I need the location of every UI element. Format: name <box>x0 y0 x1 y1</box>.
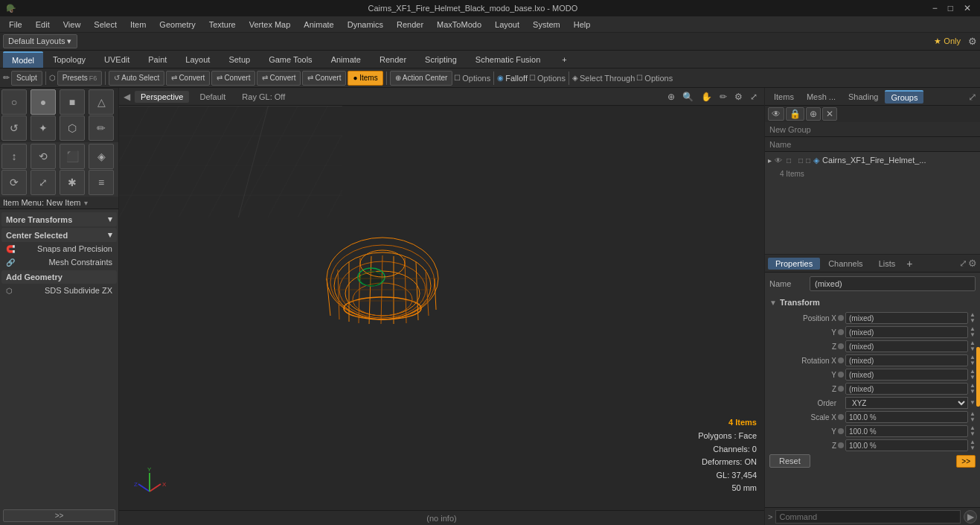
rp-add-button[interactable]: ⊕ <box>806 107 821 121</box>
position-y-input[interactable] <box>845 326 968 338</box>
tool-icon-scale[interactable]: ⤢ <box>31 170 56 195</box>
position-y-dot[interactable] <box>838 329 844 335</box>
menu-vertex-map[interactable]: Vertex Map <box>243 19 297 31</box>
options-checkbox-2[interactable]: ☐ <box>529 74 536 82</box>
rp-lock-button[interactable]: 🔒 <box>786 107 804 121</box>
viewport-nav-left[interactable]: ◀ <box>124 92 130 102</box>
viewport-render-icon[interactable]: ✏ <box>717 90 729 104</box>
mesh-constraints-item[interactable]: 🔗 Mesh Constraints <box>1 255 117 269</box>
viewport-tab-ray-gl[interactable]: Ray GL: Off <box>236 91 291 103</box>
position-x-dot[interactable] <box>838 315 844 321</box>
tab-scripting[interactable]: Scripting <box>416 51 466 68</box>
command-run-button[interactable]: ▶ <box>964 510 977 524</box>
tool-icon-pen[interactable]: ✏ <box>89 115 114 141</box>
rp-close-button[interactable]: ✕ <box>822 107 837 121</box>
position-z-input[interactable] <box>845 340 968 352</box>
item-eye-icon[interactable]: 👁 <box>775 156 784 165</box>
viewport-pan-icon[interactable]: ✋ <box>699 90 714 104</box>
sidebar-expand-button[interactable]: >> <box>3 509 115 522</box>
rotation-x-down-icon[interactable]: ▼ <box>970 360 976 366</box>
tool-icon-menu[interactable]: ≡ <box>89 170 114 195</box>
props-tab-add-button[interactable]: + <box>906 258 912 270</box>
position-y-down-icon[interactable]: ▼ <box>970 332 976 338</box>
viewport-maximize-icon[interactable]: ⤢ <box>748 90 760 104</box>
convert-button-1[interactable]: ⇄ Convert <box>166 71 210 86</box>
position-x-input[interactable] <box>845 312 968 324</box>
options-checkbox-1[interactable]: ☐ <box>454 74 461 82</box>
item-menu-arrow[interactable]: ▾ <box>84 199 88 207</box>
viewport-settings-icon[interactable]: ⚙ <box>732 90 745 104</box>
menu-help[interactable]: Help <box>568 19 597 31</box>
sds-subdivide-item[interactable]: ⬡ SDS Subdivide ZX <box>1 284 117 297</box>
tab-render[interactable]: Render <box>371 51 415 68</box>
menu-view[interactable]: View <box>57 19 87 31</box>
tool-icon-sphere[interactable]: ○ <box>1 89 27 115</box>
viewport-tab-default[interactable]: Default <box>193 91 231 103</box>
menu-animate[interactable]: Animate <box>298 19 339 31</box>
viewport-orbit-icon[interactable]: ⊕ <box>665 90 677 104</box>
default-layouts-dropdown[interactable]: Default Layouts ▾ <box>3 34 77 48</box>
viewport-canvas[interactable]: 4 Items Polygons : Face Channels: 0 Defo… <box>119 106 764 525</box>
menu-texture[interactable]: Texture <box>203 19 242 31</box>
maximize-button[interactable]: □ <box>945 3 956 13</box>
tool-icon-asterisk[interactable]: ✱ <box>60 170 85 195</box>
scale-y-input[interactable] <box>845 425 968 437</box>
rp-eye-button[interactable]: 👁 <box>768 107 784 121</box>
command-input[interactable] <box>775 510 961 524</box>
reset-button[interactable]: Reset <box>769 454 810 468</box>
tool-icon-move[interactable]: ↕ <box>1 144 27 169</box>
tab-uvedit[interactable]: UVEdit <box>95 51 138 68</box>
tool-icon-star[interactable]: ✦ <box>31 115 56 141</box>
props-tab-properties[interactable]: Properties <box>768 258 820 270</box>
menu-item[interactable]: Item <box>124 19 152 31</box>
more-transforms-item[interactable]: More Transforms ▾ <box>1 212 117 226</box>
menu-dynamics[interactable]: Dynamics <box>342 19 389 31</box>
props-tab-channels[interactable]: Channels <box>821 258 870 270</box>
options-checkbox-3[interactable]: ☐ <box>636 74 643 82</box>
rotation-x-input[interactable] <box>845 354 968 366</box>
tool-icon-fill[interactable]: ● <box>31 89 56 115</box>
tab-paint[interactable]: Paint <box>139 51 176 68</box>
menu-file[interactable]: File <box>3 19 28 31</box>
items-button[interactable]: ● Items <box>348 71 382 86</box>
tool-icon-undo[interactable]: ⟲ <box>31 144 56 169</box>
tool-icon-rotate[interactable]: ↺ <box>1 115 27 141</box>
sculpt-button[interactable]: Sculpt <box>11 71 42 86</box>
reset-arrow-button[interactable]: >> <box>956 455 976 468</box>
viewport-zoom-icon[interactable]: 🔍 <box>680 90 696 104</box>
order-down-icon[interactable]: ▼ <box>970 400 976 406</box>
convert-button-3[interactable]: ⇄ Convert <box>257 71 301 86</box>
tool-icon-square[interactable]: ⬛ <box>60 144 85 169</box>
close-button[interactable]: ✕ <box>961 3 974 13</box>
prop-name-input[interactable] <box>810 276 976 291</box>
right-panel-maximize-icon[interactable]: ⤢ <box>968 91 977 103</box>
rotation-y-down-icon[interactable]: ▼ <box>970 375 976 381</box>
scale-z-dot[interactable] <box>838 442 844 448</box>
menu-select[interactable]: Select <box>88 19 123 31</box>
rotation-y-dot[interactable] <box>838 372 844 378</box>
tab-animate[interactable]: Animate <box>322 51 370 68</box>
scale-x-dot[interactable] <box>838 414 844 420</box>
tool-icon-diamond[interactable]: ◈ <box>89 144 114 169</box>
props-settings-icon[interactable]: ⚙ <box>968 258 977 269</box>
menu-geometry[interactable]: Geometry <box>153 19 201 31</box>
order-select[interactable]: XYZ XZY YXZ ZXY <box>845 397 968 409</box>
rotation-z-input[interactable] <box>845 383 968 395</box>
tab-setup[interactable]: Setup <box>220 51 259 68</box>
scale-z-down-icon[interactable]: ▼ <box>970 445 976 451</box>
rotation-z-down-icon[interactable]: ▼ <box>970 389 976 395</box>
tab-model[interactable]: Model <box>3 51 43 68</box>
viewport-tab-perspective[interactable]: Perspective <box>135 91 189 103</box>
rotation-y-input[interactable] <box>845 369 968 381</box>
tab-topology[interactable]: Topology <box>44 51 95 68</box>
right-tab-items[interactable]: Items <box>768 91 800 103</box>
menu-layout[interactable]: Layout <box>489 19 525 31</box>
tool-icon-hex[interactable]: ⬡ <box>60 115 85 141</box>
scale-x-down-icon[interactable]: ▼ <box>970 417 976 423</box>
add-geometry-item[interactable]: Add Geometry <box>1 270 117 284</box>
tab-schematic-fusion[interactable]: Schematic Fusion <box>467 51 549 68</box>
scale-z-input[interactable] <box>845 439 968 451</box>
scale-y-dot[interactable] <box>838 428 844 434</box>
tab-layout[interactable]: Layout <box>176 51 219 68</box>
scale-x-input[interactable] <box>845 411 968 423</box>
